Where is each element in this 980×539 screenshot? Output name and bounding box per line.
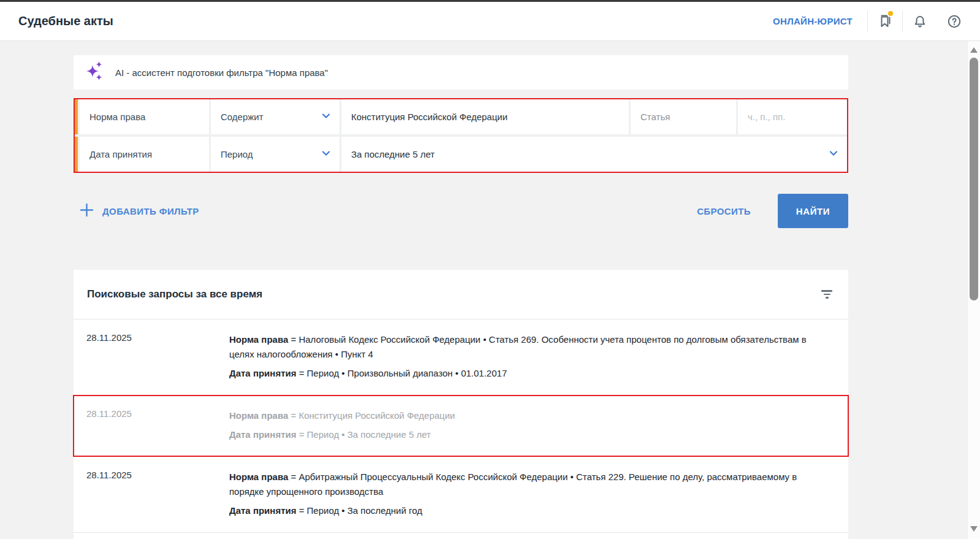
scrollbar-up-arrow[interactable] — [970, 47, 978, 53]
filter-operator-label: Период — [221, 149, 253, 159]
filter-type-label: Дата принятия — [89, 149, 152, 159]
filter-value-cell — [341, 99, 629, 134]
filter-row-norma-prava: Норма права Содержит — [75, 99, 847, 134]
norm-value: = Арбитражный Процессуальный Кодекс Росс… — [229, 472, 797, 497]
history-row-highlighted[interactable]: 28.11.2025 Норма права = Конституция Рос… — [74, 396, 848, 456]
window-top-edge — [0, 0, 980, 2]
page-title: Судебные акты — [18, 14, 113, 28]
history-row-date: 28.11.2025 — [86, 470, 229, 518]
norm-label: Норма права — [229, 472, 288, 482]
date-value: = Период • За последний год — [299, 505, 422, 516]
bell-icon — [913, 14, 927, 29]
article-input[interactable] — [640, 112, 726, 122]
article-field-cell — [631, 99, 736, 134]
filter-type-select[interactable]: Норма права — [80, 99, 209, 134]
filter-row-data-prinyatiya: Дата принятия Период За последние 5 лет — [75, 137, 847, 172]
sparkles-icon — [86, 61, 115, 84]
filter-type-label: Норма права — [89, 112, 145, 122]
chevron-down-icon — [321, 148, 331, 160]
ai-assistant-banner[interactable]: AI - ассистент подготовки фильтра "Норма… — [74, 55, 848, 90]
history-row-content: Норма права = Конституция Российской Фед… — [229, 408, 836, 442]
online-lawyer-link[interactable]: ОНЛАЙН-ЮРИСТ — [773, 16, 853, 26]
ai-banner-text: AI - ассистент подготовки фильтра "Норма… — [115, 67, 328, 78]
history-row-date: 28.11.2025 — [86, 332, 229, 381]
filter-type-select[interactable]: Дата принятия — [80, 137, 209, 172]
notifications-button[interactable] — [903, 8, 937, 35]
history-row[interactable]: 28.11.2025 Норма права = Налоговый Кодек… — [74, 319, 848, 395]
history-title: Поисковые запросы за все время — [87, 288, 262, 300]
help-button[interactable] — [937, 8, 971, 35]
norm-value: = Конституция Российской Федерации — [291, 410, 455, 421]
scrollbar-down-arrow[interactable] — [970, 526, 978, 532]
norm-value: = Налоговый Кодекс Российской Федерации … — [229, 334, 807, 359]
search-button[interactable]: НАЙТИ — [778, 194, 848, 228]
history-row-content: Норма права = Налоговый Кодекс Российско… — [229, 332, 836, 381]
filter-list-icon[interactable] — [819, 286, 835, 302]
help-icon — [947, 14, 962, 29]
history-row[interactable]: 28.11.2025 Норма права = Арбитражный Про… — [74, 457, 848, 532]
period-value-label: За последние 5 лет — [351, 149, 435, 159]
filter-accent-bar — [75, 137, 78, 172]
part-field-cell — [738, 99, 847, 134]
filter-actions-row: ДОБАВИТЬ ФИЛЬТР СБРОСИТЬ НАЙТИ — [74, 194, 848, 228]
scrollbar-track — [967, 41, 980, 539]
chevron-down-icon — [829, 148, 838, 160]
search-history-card: Поисковые запросы за все время 28.11.202… — [74, 270, 848, 539]
date-label: Дата принятия — [229, 505, 296, 516]
reset-button[interactable]: СБРОСИТЬ — [697, 206, 751, 216]
history-row-content: Норма права = Арбитражный Процессуальный… — [229, 470, 836, 518]
filter-operator-label: Содержит — [221, 112, 264, 122]
bookmarks-button[interactable] — [868, 8, 902, 35]
chevron-down-icon — [321, 111, 331, 123]
date-label: Дата принятия — [229, 429, 296, 440]
norma-prava-value-input[interactable] — [351, 112, 620, 122]
part-input[interactable] — [748, 112, 837, 122]
date-value: = Период • За последние 5 лет — [299, 429, 431, 440]
filter-block: Норма права Содержит Дата принятия — [74, 98, 848, 173]
add-filter-label: ДОБАВИТЬ ФИЛЬТР — [102, 206, 199, 216]
plus-icon — [80, 203, 94, 219]
filter-operator-select[interactable]: Период — [211, 137, 340, 172]
app-header: Судебные акты ОНЛАЙН-ЮРИСТ — [0, 2, 980, 41]
filter-operator-select[interactable]: Содержит — [211, 99, 340, 134]
history-row-date: 28.11.2025 — [86, 408, 229, 442]
add-filter-button[interactable]: ДОБАВИТЬ ФИЛЬТР — [80, 203, 199, 219]
header-actions: ОНЛАЙН-ЮРИСТ — [773, 8, 971, 35]
notification-dot — [887, 10, 894, 17]
filter-accent-bar — [75, 99, 78, 134]
history-header: Поисковые запросы за все время — [74, 270, 848, 319]
norm-label: Норма права — [229, 334, 288, 345]
date-value: = Период • Произвольный диапазон • 01.01… — [299, 368, 507, 378]
norm-label: Норма права — [229, 410, 288, 421]
scrollbar-thumb[interactable] — [970, 58, 978, 300]
period-value-select[interactable]: За последние 5 лет — [341, 137, 847, 172]
date-label: Дата принятия — [229, 368, 296, 378]
pagination: 1 2 3 4 — [74, 533, 848, 539]
main-content: AI - ассистент подготовки фильтра "Норма… — [74, 55, 848, 539]
